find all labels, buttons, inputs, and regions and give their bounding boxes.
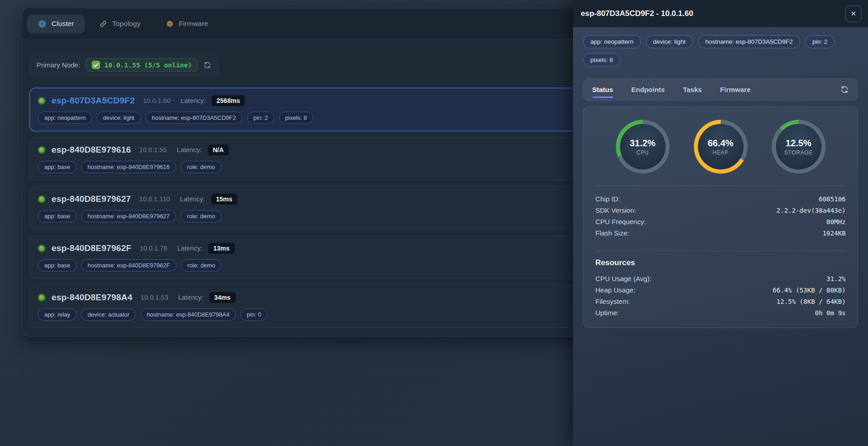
- resource-value: 31.2%: [827, 275, 846, 282]
- node-ip: 10.0.1.78: [140, 245, 167, 252]
- tab-status[interactable]: Status: [592, 86, 613, 93]
- latency-label: Latency:: [178, 294, 203, 301]
- panel-title: esp-807D3A5CD9F2 - 10.0.1.60: [581, 9, 693, 18]
- node-name: esp-840D8E979627: [52, 194, 131, 204]
- info-row: Chip ID: 6085106: [595, 193, 846, 205]
- tab-topology[interactable]: Topology: [88, 15, 151, 33]
- info-row: SDK Version: 2.2.2-dev(38a443e): [595, 205, 846, 216]
- gauge: 66.4% HEAP: [694, 120, 748, 174]
- node-tag: hostname: esp-840D8E9798A4: [140, 308, 236, 321]
- resource-label: Heap Usage:: [595, 286, 636, 294]
- panel-tags: app: neopatterndevice: lighthostname: es…: [583, 35, 858, 67]
- latency-badge: 13ms: [208, 243, 235, 254]
- tab-firmware[interactable]: Firmware: [155, 15, 219, 33]
- info-value: 2.2.2-dev(38a443e): [776, 207, 846, 214]
- node-tag: device: actuator: [81, 308, 136, 321]
- node-ip: 10.0.1.53: [140, 294, 168, 301]
- globe-icon: [38, 20, 46, 28]
- gauge: 12.5% STORAGE: [772, 120, 826, 174]
- gauge-value: 12.5%: [785, 138, 811, 149]
- online-status-dot-icon: [38, 146, 46, 154]
- tab-cluster[interactable]: Cluster: [27, 15, 85, 33]
- node-tag: app: neopattern: [38, 112, 92, 124]
- gauge: 31.2% CPU: [616, 120, 670, 174]
- panel-tabbar: Status Endpoints Tasks Firmware: [583, 78, 858, 101]
- node-tag: role: demo: [181, 210, 221, 222]
- latency-label: Latency:: [181, 97, 206, 104]
- node-tag: role: demo: [181, 259, 222, 272]
- node-tag: app: relay: [38, 308, 77, 321]
- node-tag: app: base: [38, 259, 77, 272]
- gauge-inner: 12.5% STORAGE: [776, 124, 822, 169]
- refresh-cluster-button[interactable]: [203, 61, 212, 69]
- check-icon: [92, 61, 100, 69]
- tab-endpoints[interactable]: Endpoints: [631, 86, 665, 93]
- gauge-value: 31.2%: [630, 138, 656, 149]
- online-status-dot-icon: [38, 245, 46, 252]
- node-name: esp-840D8E979616: [52, 145, 131, 155]
- node-tag: device: light: [97, 112, 141, 124]
- tab-firmware-label: Firmware: [179, 20, 208, 28]
- latency-badge: 34ms: [209, 292, 236, 303]
- node-name: esp-840D8E9798A4: [52, 292, 132, 302]
- resource-row: Filesystem: 12.5% (8KB / 64KB): [595, 296, 846, 307]
- gauge-label: CPU: [636, 149, 649, 156]
- info-value: 6085106: [819, 195, 846, 203]
- node-ip: 10.0.1.55: [139, 146, 166, 154]
- tab-topology-label: Topology: [112, 20, 140, 28]
- info-label: Flash Size:: [595, 229, 629, 237]
- node-ip: 10.0.1.110: [139, 195, 170, 203]
- info-row: CPU Frequency: 80MHz: [595, 216, 846, 227]
- online-status-dot-icon: [38, 294, 46, 302]
- resource-value: 66.4% (53KB / 80KB): [773, 287, 846, 294]
- refresh-status-button[interactable]: [840, 85, 849, 94]
- gauge-inner: 66.4% HEAP: [698, 124, 744, 169]
- gauge-value: 66.4%: [708, 138, 734, 149]
- panel-tag: hostname: esp-807D3A5CD9F2: [698, 35, 800, 48]
- node-tag: role: demo: [181, 161, 221, 173]
- panel-tag: app: neopattern: [583, 35, 641, 48]
- package-icon: [166, 20, 174, 28]
- gauges-row: 31.2% CPU 66.4% HEAP 12.5% STO: [595, 120, 846, 174]
- resources-heading: Resources: [595, 258, 846, 267]
- tab-panel-firmware[interactable]: Firmware: [720, 86, 751, 93]
- info-value: 80MHz: [827, 218, 846, 226]
- node-detail-panel: esp-807D3A5CD9F2 - 10.0.1.60 ✕ app: neop…: [573, 0, 868, 446]
- resource-label: CPU Usage (Avg):: [595, 275, 651, 282]
- panel-body: app: neopatterndevice: lighthostname: es…: [573, 27, 868, 328]
- tab-tasks[interactable]: Tasks: [683, 86, 702, 93]
- gauge-label: HEAP: [713, 149, 728, 156]
- resource-rows: CPU Usage (Avg): 31.2% Heap Usage: 66.4%…: [595, 273, 846, 318]
- gauge-label: STORAGE: [784, 149, 813, 156]
- latency-label: Latency:: [180, 195, 205, 203]
- node-ip: 10.0.1.60: [143, 97, 170, 104]
- resource-row: Heap Usage: 66.4% (53KB / 80KB): [595, 284, 846, 296]
- primary-node-label: Primary Node:: [36, 61, 80, 69]
- node-name: esp-807D3A5CD9F2: [52, 96, 135, 106]
- latency-label: Latency:: [177, 146, 202, 154]
- resource-label: Uptime:: [595, 309, 619, 317]
- close-button[interactable]: ✕: [845, 5, 862, 22]
- info-label: SDK Version:: [595, 206, 636, 214]
- node-tag: hostname: esp-807D3A5CD9F2: [145, 112, 243, 124]
- resource-row: CPU Usage (Avg): 31.2%: [595, 273, 846, 284]
- online-status-dot-icon: [38, 97, 46, 105]
- node-tag: app: base: [38, 210, 77, 222]
- latency-badge: 2568ms: [212, 95, 245, 106]
- node-tag: hostname: esp-840D8E97962F: [81, 259, 176, 272]
- info-row: Flash Size: 1024KB: [595, 227, 846, 239]
- panel-header: esp-807D3A5CD9F2 - 10.0.1.60 ✕: [573, 0, 868, 27]
- latency-badge: N/A: [208, 144, 229, 155]
- panel-tag: pixels: 8: [583, 53, 620, 67]
- node-tag: hostname: esp-840D8E979627: [81, 210, 176, 222]
- info-label: CPU Frequency:: [595, 218, 646, 226]
- node-tag: pixels: 8: [279, 112, 314, 124]
- link-icon: [99, 20, 107, 28]
- gauge-inner: 31.2% CPU: [620, 124, 666, 169]
- resource-value: 0h 0m 9s: [815, 309, 846, 317]
- panel-tag: device: light: [646, 35, 693, 48]
- node-tag: pin: 0: [240, 308, 268, 321]
- tab-cluster-label: Cluster: [52, 20, 74, 28]
- primary-node-badge: 10.0.1.55 (5/5 online): [86, 58, 198, 72]
- latency-label: Latency:: [177, 245, 202, 252]
